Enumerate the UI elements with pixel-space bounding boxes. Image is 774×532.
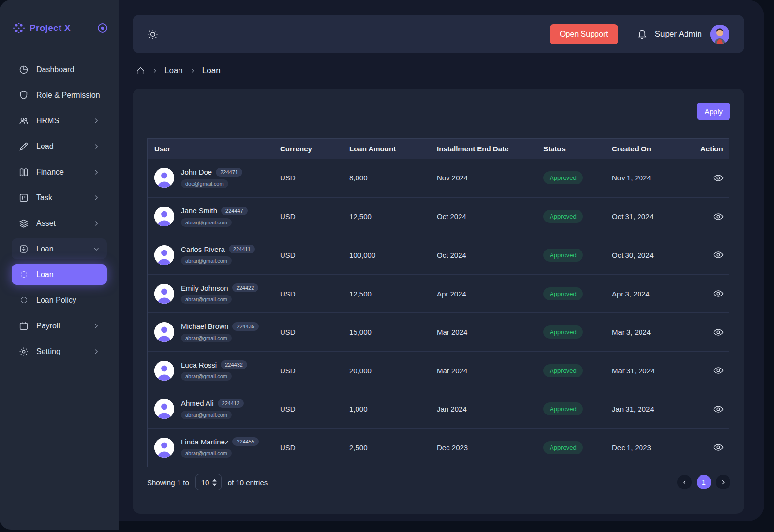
chevron-right-icon [92,117,100,125]
shield-icon [18,90,29,101]
next-page-button[interactable] [716,475,730,489]
created-on-cell: Nov 1, 2024 [605,174,694,182]
sidebar-nav: Dashboard Role & Permission HRMS Lead [12,59,107,362]
loan-amount-cell: 100,000 [342,251,430,259]
page-size-select[interactable]: 10 [195,474,222,490]
action-cell [694,442,729,453]
sidebar-item-task[interactable]: Task [12,187,107,208]
sidebar-item-dashboard[interactable]: Dashboard [12,59,107,80]
user-avatar-icon [154,399,174,419]
pagination-bar: Showing 1 to 10 of 10 entries 1 [147,474,730,490]
app-title: Project X [30,23,97,33]
user-cell: Linda Martinez 224455 abrar@gmail.com [148,437,273,458]
chevron-right-icon [720,479,727,486]
created-on-cell: Dec 1, 2023 [605,443,694,452]
status-badge: Approved [543,402,583,415]
user-cell: Emily Johnson 224422 abrar@gmail.com [148,283,273,304]
user-id-badge: 224432 [221,360,247,369]
table-row[interactable]: Jane Smith 224447 abrar@gmail.com USD 12… [148,197,729,236]
main-content: Open Support Super Admin Loan Loan [119,0,764,521]
view-eye-icon[interactable] [713,249,724,261]
user-name: Jane Smith [181,207,217,215]
installment-end-date-cell: Dec 2023 [430,443,536,452]
sidebar-item-lead[interactable]: Lead [12,136,107,157]
loan-amount-cell: 12,500 [342,212,430,221]
loan-amount-cell: 15,000 [342,328,430,336]
sidebar-item-payroll[interactable]: Payroll [12,315,107,336]
status-badge: Approved [543,441,583,454]
view-eye-icon[interactable] [713,211,724,222]
user-cell: John Doe 224471 doe@gmail.com [148,168,273,188]
currency-cell: USD [273,290,342,298]
chevron-right-icon [92,220,100,227]
sidebar-item-label: Asset [36,219,92,228]
theme-toggle-sun-icon[interactable] [147,29,159,40]
action-cell [694,365,729,376]
user-cell: Luca Rossi 224432 abrar@gmail.com [148,360,273,381]
sidebar-item-loan[interactable]: Loan [12,264,107,285]
user-avatar-icon [154,245,174,265]
loan-table: User Currency Loan Amount Installment En… [147,138,729,467]
book-icon [18,167,29,177]
created-on-cell: Oct 31, 2024 [605,212,694,221]
action-cell [694,172,729,184]
chevron-right-icon [92,348,100,355]
view-eye-icon[interactable] [713,365,724,376]
status-cell: Approved [536,210,605,223]
open-support-button[interactable]: Open Support [550,24,618,44]
view-eye-icon[interactable] [713,442,724,453]
table-row[interactable]: Michael Brown 224435 abrar@gmail.com USD… [148,312,729,351]
user-avatar[interactable] [710,25,729,44]
view-eye-icon[interactable] [713,403,724,415]
users-icon [18,116,29,126]
status-badge: Approved [543,287,583,300]
table-row[interactable]: Ahmed Ali 224412 abrar@gmail.com USD 1,0… [148,390,729,429]
table-row[interactable]: John Doe 224471 doe@gmail.com USD 8,000 … [148,159,729,197]
showing-entries-prefix: Showing 1 to [147,478,189,487]
sidebar-item-label: Finance [36,168,92,177]
breadcrumb-item-loan[interactable]: Loan [164,66,183,75]
bullet-circle-icon [21,297,27,303]
installment-end-date-cell: Mar 2024 [430,367,536,375]
sidebar-item-setting[interactable]: Setting [12,341,107,362]
user-name: Linda Martinez [181,438,228,446]
loan-amount-cell: 12,500 [342,290,430,298]
notifications-bell-icon[interactable] [637,29,648,40]
status-badge: Approved [543,364,583,377]
table-row[interactable]: Emily Johnson 224422 abrar@gmail.com USD… [148,274,729,313]
created-on-cell: Oct 30, 2024 [605,251,694,259]
action-cell [694,249,729,261]
table-row[interactable]: Luca Rossi 224432 abrar@gmail.com USD 20… [148,351,729,390]
table-row[interactable]: Carlos Rivera 224411 abrar@gmail.com USD… [148,236,729,274]
column-header-loan-amount: Loan Amount [342,145,430,153]
sidebar-item-loan-policy[interactable]: Loan Policy [12,290,107,310]
user-name: Michael Brown [181,322,228,330]
action-cell [694,326,729,338]
loan-table-card: Apply User Currency Loan Amount Installm… [133,89,744,514]
previous-page-button[interactable] [677,475,692,489]
sidebar-item-hrms[interactable]: HRMS [12,110,107,131]
home-icon[interactable] [136,66,145,75]
loan-amount-cell: 20,000 [342,367,430,375]
sidebar-collapse-icon[interactable] [97,22,108,34]
table-row[interactable]: Linda Martinez 224455 abrar@gmail.com US… [148,428,729,467]
table-header-row: User Currency Loan Amount Installment En… [148,139,729,159]
user-email-badge: doe@gmail.com [181,179,228,188]
column-header-currency: Currency [273,145,342,153]
view-eye-icon[interactable] [713,172,724,184]
view-eye-icon[interactable] [713,326,724,338]
sidebar-item-finance[interactable]: Finance [12,162,107,182]
user-id-badge: 224447 [221,207,248,215]
apply-button[interactable]: Apply [697,103,730,120]
calendar-icon [18,321,29,331]
sidebar-item-role-permission[interactable]: Role & Permission [12,85,107,105]
action-cell [694,211,729,222]
installment-end-date-cell: Mar 2024 [430,328,536,336]
sidebar-item-asset[interactable]: Asset [12,213,107,234]
column-header-action: Action [694,145,729,153]
sidebar-item-label: HRMS [36,117,92,125]
page-1-button[interactable]: 1 [697,475,711,489]
sidebar-item-loan-group[interactable]: Loan [12,238,107,259]
view-eye-icon[interactable] [713,288,724,299]
status-cell: Approved [536,402,605,415]
